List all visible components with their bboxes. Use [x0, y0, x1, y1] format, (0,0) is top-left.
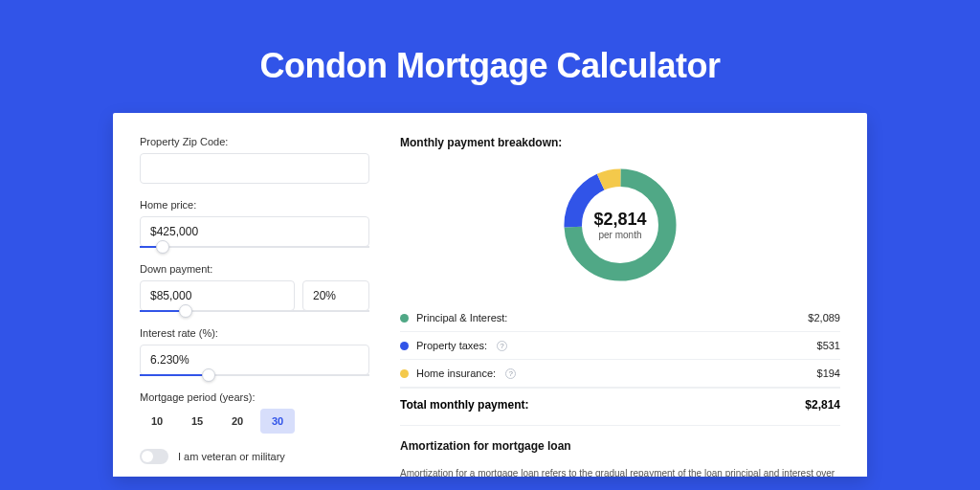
veteran-toggle[interactable]	[140, 449, 168, 464]
down-payment-group: Down payment:	[140, 263, 369, 312]
breakdown-panel: Monthly payment breakdown: $2,814 per mo…	[400, 136, 840, 477]
legend-value: $194	[817, 368, 840, 379]
legend-label: Property taxes:	[416, 340, 487, 351]
inputs-panel: Property Zip Code: Home price: Down paym…	[140, 136, 369, 477]
legend-label: Home insurance:	[416, 368, 496, 379]
period-20[interactable]: 20	[220, 409, 255, 434]
down-payment-input[interactable]	[140, 280, 295, 311]
down-payment-label: Down payment:	[140, 263, 369, 275]
rate-input[interactable]	[140, 345, 369, 375]
legend-value: $531	[817, 340, 840, 351]
period-group: Mortgage period (years): 10 15 20 30	[140, 391, 369, 434]
zip-label: Property Zip Code:	[140, 136, 369, 147]
legend-total: Total monthly payment: $2,814	[400, 388, 840, 425]
breakdown-title: Monthly payment breakdown:	[400, 136, 840, 149]
payment-donut-chart: $2,814 per month	[558, 163, 682, 287]
swatch-icon	[400, 314, 409, 323]
period-buttons: 10 15 20 30	[140, 409, 369, 434]
swatch-icon	[400, 369, 409, 378]
period-label: Mortgage period (years):	[140, 391, 369, 403]
donut-amount: $2,814	[593, 210, 646, 230]
amortization-section: Amortization for mortgage loan Amortizat…	[400, 425, 840, 477]
amortization-title: Amortization for mortgage loan	[400, 439, 840, 453]
legend-principal: Principal & Interest: $2,089	[400, 304, 840, 332]
calculator-card: Property Zip Code: Home price: Down paym…	[113, 113, 867, 477]
home-price-group: Home price:	[140, 199, 369, 248]
slider-thumb[interactable]	[179, 304, 192, 318]
slider-thumb[interactable]	[156, 240, 169, 254]
home-price-label: Home price:	[140, 199, 369, 211]
rate-slider[interactable]	[140, 374, 369, 376]
home-price-input[interactable]	[140, 216, 369, 247]
period-30[interactable]: 30	[260, 409, 295, 434]
page-title: Condon Mortgage Calculator	[0, 0, 980, 113]
info-icon[interactable]: ?	[505, 368, 516, 379]
amortization-body: Amortization for a mortgage loan refers …	[400, 466, 840, 477]
legend-insurance: Home insurance: ? $194	[400, 360, 840, 388]
zip-input[interactable]	[140, 153, 369, 184]
total-label: Total monthly payment:	[400, 398, 528, 412]
down-payment-pct-input[interactable]	[302, 280, 369, 311]
rate-label: Interest rate (%):	[140, 327, 369, 339]
legend-tax: Property taxes: ? $531	[400, 332, 840, 360]
legend-label: Principal & Interest:	[416, 312, 507, 323]
zip-group: Property Zip Code:	[140, 136, 369, 184]
slider-thumb[interactable]	[202, 368, 215, 382]
rate-group: Interest rate (%):	[140, 327, 369, 376]
period-15[interactable]: 15	[180, 409, 214, 434]
veteran-row: I am veteran or military	[140, 449, 369, 464]
donut-sub: per month	[598, 230, 641, 240]
down-payment-slider[interactable]	[140, 310, 369, 312]
info-icon[interactable]: ?	[497, 341, 507, 351]
legend-value: $2,089	[808, 312, 840, 323]
total-value: $2,814	[805, 398, 840, 412]
veteran-label: I am veteran or military	[178, 451, 285, 462]
swatch-icon	[400, 342, 409, 350]
home-price-slider[interactable]	[140, 246, 369, 248]
period-10[interactable]: 10	[140, 409, 174, 434]
